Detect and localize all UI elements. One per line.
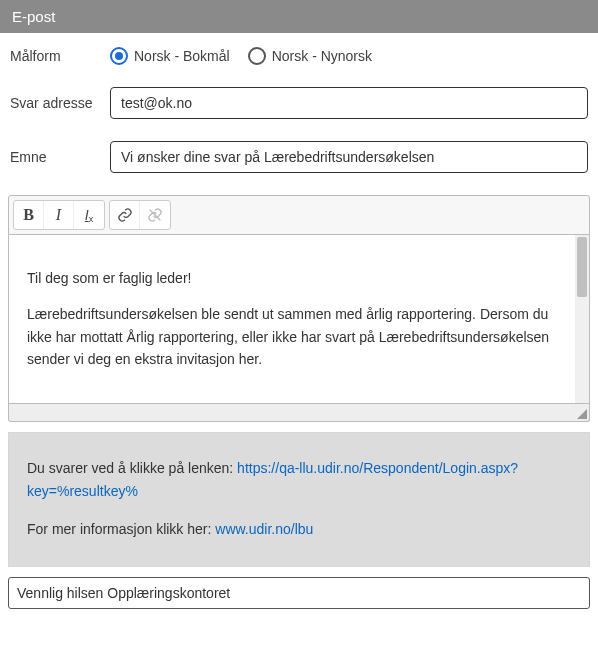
unlink-button[interactable] bbox=[140, 201, 170, 229]
subject-input[interactable] bbox=[110, 141, 588, 173]
radio-nynorsk[interactable]: Norsk - Nynorsk bbox=[248, 47, 372, 65]
rich-editor: B I Ix Til deg som er faglig leder! Lære… bbox=[8, 195, 590, 422]
radio-label-bokmal: Norsk - Bokmål bbox=[134, 48, 230, 64]
info-line-2: For mer informasjon klikk her: www.udir.… bbox=[27, 518, 571, 542]
panel-title: E-post bbox=[12, 8, 55, 25]
bold-button[interactable]: B bbox=[14, 201, 44, 229]
editor-paragraph: Lærebedriftsundersøkelsen ble sendt ut s… bbox=[27, 303, 567, 370]
row-malform: Målform Norsk - Bokmål Norsk - Nynorsk bbox=[10, 47, 588, 65]
info-line-1: Du svarer ved å klikke på lenken: https:… bbox=[27, 457, 571, 505]
resize-grip-icon[interactable] bbox=[577, 409, 587, 419]
row-emne: Emne bbox=[10, 141, 588, 173]
label-svar: Svar adresse bbox=[10, 95, 110, 111]
label-emne: Emne bbox=[10, 149, 110, 165]
editor-resize-bar bbox=[8, 404, 590, 422]
radio-bokmal[interactable]: Norsk - Bokmål bbox=[110, 47, 230, 65]
italic-button[interactable]: I bbox=[44, 201, 74, 229]
row-svar: Svar adresse bbox=[10, 87, 588, 119]
link-button[interactable] bbox=[110, 201, 140, 229]
scrollbar[interactable] bbox=[575, 235, 589, 403]
info-text: Du svarer ved å klikke på lenken: bbox=[27, 460, 237, 476]
panel-header: E-post bbox=[0, 0, 598, 33]
editor-body[interactable]: Til deg som er faglig leder! Lærebedrift… bbox=[8, 235, 590, 404]
radio-icon bbox=[248, 47, 266, 65]
signature-input[interactable] bbox=[8, 577, 590, 609]
link-icon bbox=[117, 207, 133, 223]
more-info-link[interactable]: www.udir.no/lbu bbox=[215, 521, 313, 537]
radio-group-malform: Norsk - Bokmål Norsk - Nynorsk bbox=[110, 47, 372, 65]
info-text: For mer informasjon klikk her: bbox=[27, 521, 215, 537]
reply-address-input[interactable] bbox=[110, 87, 588, 119]
radio-label-nynorsk: Norsk - Nynorsk bbox=[272, 48, 372, 64]
radio-icon bbox=[110, 47, 128, 65]
unlink-icon bbox=[147, 207, 163, 223]
editor-toolbar: B I Ix bbox=[8, 195, 590, 235]
label-malform: Målform bbox=[10, 48, 110, 64]
info-box: Du svarer ved å klikke på lenken: https:… bbox=[8, 432, 590, 567]
editor-paragraph: Til deg som er faglig leder! bbox=[27, 267, 567, 289]
clear-format-button[interactable]: Ix bbox=[74, 201, 104, 229]
